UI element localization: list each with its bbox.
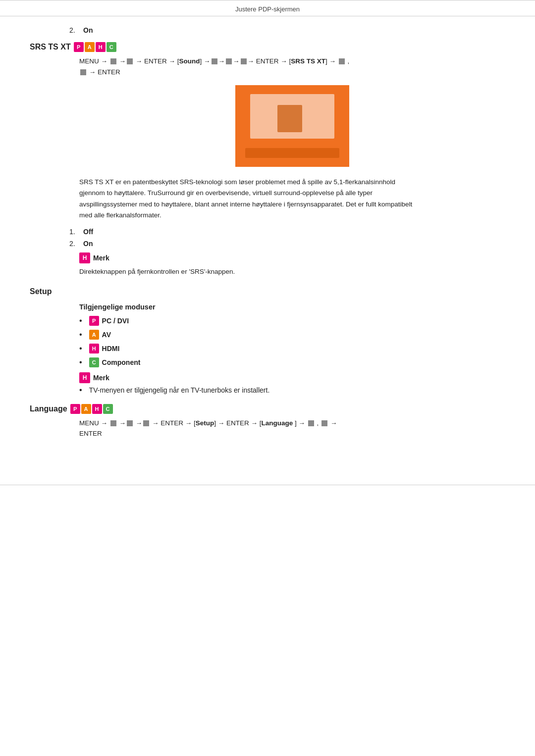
srs-note-label: Merk bbox=[93, 254, 109, 262]
setup-title: Setup bbox=[30, 287, 52, 296]
srs-image bbox=[235, 85, 349, 167]
page-header: Justere PDP-skjermen bbox=[0, 0, 535, 16]
mode-component-label: Component bbox=[102, 358, 141, 366]
lang-badge-p: P bbox=[70, 404, 80, 414]
badge-mode-c: C bbox=[89, 357, 99, 367]
setup-note-box: H Merk bbox=[30, 372, 505, 383]
bullet-dot-component: • bbox=[79, 358, 82, 366]
setup-section-header: Setup bbox=[30, 287, 505, 296]
badge-h: H bbox=[96, 42, 106, 52]
language-title: Language bbox=[30, 404, 67, 413]
page-content: 2. On SRS TS XT P A H C MENU → → → ENTER… bbox=[0, 16, 535, 465]
available-modes-title: Tilgjengelige moduser bbox=[30, 303, 505, 311]
setup-note-text: TV-menyen er tilgjengelig når en TV-tune… bbox=[89, 386, 270, 394]
mode-hdmi: • H HDMI bbox=[79, 344, 505, 353]
setup-note-bullet: • bbox=[79, 386, 82, 394]
mode-pc-dvi: • P PC / DVI bbox=[79, 316, 505, 326]
mode-av-label: AV bbox=[102, 331, 111, 339]
language-section: Language P A H C MENU → → → → ENTER → [S… bbox=[30, 404, 505, 439]
bullet-dot-av: • bbox=[79, 331, 82, 339]
step-2-on-2: 2. On bbox=[30, 240, 505, 248]
badge-mode-h: H bbox=[89, 344, 99, 353]
step-2-on: 2. On bbox=[30, 26, 505, 34]
srs-title: SRS TS XT bbox=[30, 43, 71, 51]
mode-component: • C Component bbox=[79, 357, 505, 367]
badge-a: A bbox=[85, 42, 95, 52]
img-inner bbox=[277, 105, 302, 132]
note-icon-setup: H bbox=[79, 372, 90, 383]
step-1-label: Off bbox=[83, 228, 93, 236]
step-1-off: 1. Off bbox=[30, 228, 505, 236]
mode-hdmi-label: HDMI bbox=[102, 345, 120, 353]
step-2-label-2: On bbox=[83, 240, 93, 248]
lang-badge-a: A bbox=[81, 404, 91, 414]
setup-note-list: • TV-menyen er tilgjengelig når en TV-tu… bbox=[30, 386, 505, 394]
badge-mode-a: A bbox=[89, 330, 99, 340]
srs-note-content: Direkteknappen på fjernkontrollen er 'SR… bbox=[30, 266, 505, 277]
srs-badges: P A H C bbox=[74, 42, 116, 52]
mode-pc-label: PC / DVI bbox=[102, 317, 129, 325]
step-2-label: On bbox=[83, 26, 93, 34]
bottom-divider bbox=[0, 485, 535, 485]
step-2-number-2: 2. bbox=[69, 240, 77, 248]
srs-note-box: H Merk bbox=[30, 252, 505, 263]
bullet-dot-pc: • bbox=[79, 317, 82, 325]
setup-note-label: Merk bbox=[93, 374, 109, 382]
srs-description: SRS TS XT er en patentbeskyttet SRS-tekn… bbox=[30, 177, 416, 221]
language-badges: P A H C bbox=[70, 404, 113, 414]
lang-badge-h: H bbox=[92, 404, 102, 414]
header-title: Justere PDP-skjermen bbox=[235, 5, 300, 13]
modes-list: • P PC / DVI • A AV • H HDMI • C Compone… bbox=[30, 316, 505, 367]
srs-menu-path: MENU → → → ENTER → [Sound] →→→→ ENTER → … bbox=[30, 56, 505, 77]
badge-c: C bbox=[107, 42, 116, 52]
srs-section-header: SRS TS XT P A H C bbox=[30, 42, 505, 52]
bullet-dot-hdmi: • bbox=[79, 345, 82, 353]
srs-image-container bbox=[79, 85, 505, 167]
badge-mode-p: P bbox=[89, 316, 99, 326]
mode-av: • A AV bbox=[79, 330, 505, 340]
page-wrapper: Justere PDP-skjermen 2. On SRS TS XT P A… bbox=[0, 0, 535, 756]
badge-p: P bbox=[74, 42, 84, 52]
language-header: Language P A H C bbox=[30, 404, 505, 414]
step-1-number: 1. bbox=[69, 228, 77, 236]
setup-note-item: • TV-menyen er tilgjengelig når en TV-tu… bbox=[79, 386, 505, 394]
language-menu-path: MENU → → → → ENTER → [Setup] → ENTER → [… bbox=[30, 418, 505, 439]
step-2-number: 2. bbox=[69, 26, 77, 34]
note-icon-srs: H bbox=[79, 252, 90, 263]
lang-badge-c: C bbox=[103, 404, 113, 414]
